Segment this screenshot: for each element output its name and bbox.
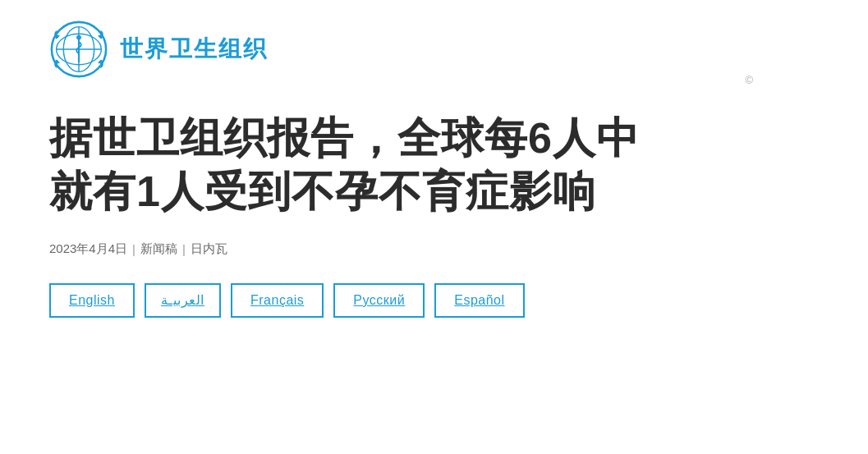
meta-separator-2: | bbox=[182, 242, 186, 256]
svg-point-6 bbox=[76, 35, 81, 40]
article-category: 新闻稿 bbox=[140, 241, 177, 257]
lang-btn-french[interactable]: Français bbox=[231, 283, 324, 318]
article-meta: 2023年4月4日 | 新闻稿 | 日内瓦 bbox=[49, 241, 819, 257]
org-name: 世界卫生组织 bbox=[120, 34, 268, 65]
article-date: 2023年4月4日 bbox=[49, 241, 127, 257]
lang-btn-english[interactable]: English bbox=[49, 283, 135, 318]
lang-btn-arabic[interactable]: العربيـة bbox=[145, 283, 221, 318]
header: 世界卫生组织 bbox=[49, 20, 819, 79]
article-location: 日内瓦 bbox=[191, 241, 227, 257]
article-title: 据世卫组织报告，全球每6人中 就有1人受到不孕不育症影响 bbox=[49, 112, 819, 218]
article-title-line1: 据世卫组织报告，全球每6人中 bbox=[49, 114, 640, 162]
article-title-line2: 就有1人受到不孕不育症影响 bbox=[49, 167, 596, 215]
page-wrapper: 世界卫生组织 © 据世卫组织报告，全球每6人中 就有1人受到不孕不育症影响 20… bbox=[0, 0, 868, 351]
who-logo-icon bbox=[49, 20, 108, 79]
main-content: 据世卫组织报告，全球每6人中 就有1人受到不孕不育症影响 2023年4月4日 |… bbox=[49, 112, 819, 318]
lang-btn-russian[interactable]: Русский bbox=[333, 283, 425, 318]
lang-btn-spanish[interactable]: Español bbox=[434, 283, 524, 318]
meta-separator-1: | bbox=[132, 242, 135, 256]
language-buttons: EnglishالعربيـةFrançaisРусскийEspañol bbox=[49, 283, 819, 318]
copyright-symbol: © bbox=[745, 74, 753, 86]
